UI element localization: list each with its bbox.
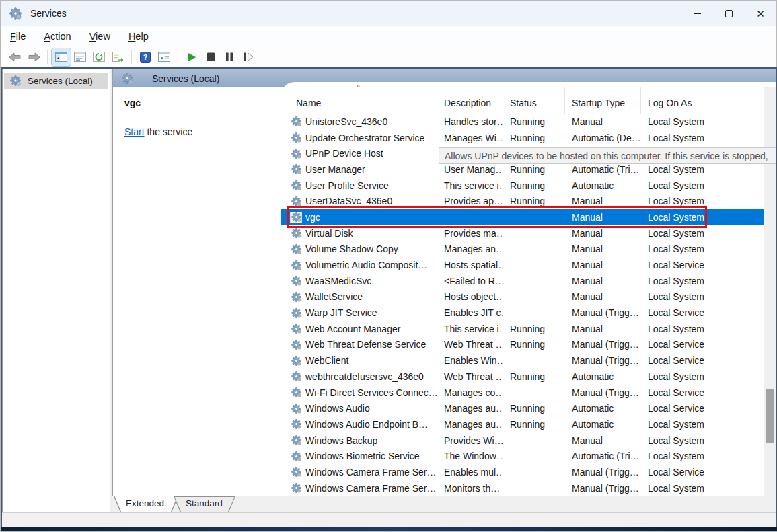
help-button[interactable]: ? [136, 48, 155, 66]
show-console-tree-button[interactable] [52, 48, 71, 66]
cell-logon: Local System [641, 451, 710, 461]
service-gear-icon [291, 355, 301, 366]
service-row[interactable]: Windows Camera Frame Ser…Enables mul…Man… [281, 464, 764, 480]
service-gear-icon [291, 435, 301, 446]
refresh-button[interactable] [89, 48, 108, 66]
start-service-link[interactable]: Start [124, 126, 145, 137]
service-row[interactable]: WaaSMedicSvc<Failed to R…ManualLocal Sys… [281, 273, 764, 289]
menu-file[interactable]: File [10, 31, 26, 42]
service-row[interactable]: Update Orchestrator ServiceManages Wi…Ru… [281, 130, 764, 146]
cell-description: Manages an… [437, 243, 503, 254]
cell-startup: Automatic [565, 419, 641, 430]
cell-status: Running [503, 324, 565, 334]
service-row[interactable]: Windows AudioManages au…RunningAutomatic… [281, 400, 764, 416]
cell-description: Monitors th… [437, 483, 503, 494]
services-list: ^ Name Description Status Startup Type L… [281, 82, 776, 496]
toolbar: ? [1, 46, 776, 67]
cell-logon: Local Service [641, 387, 710, 398]
stop-service-button[interactable] [201, 48, 220, 66]
cell-logon: Local System [641, 196, 710, 206]
cell-logon: Local Service [641, 403, 710, 414]
service-row[interactable]: Windows Biometric ServiceThe Window…Auto… [281, 448, 764, 464]
show-action-pane-button[interactable] [155, 48, 174, 66]
cell-status: Running [503, 116, 565, 127]
column-header-log-on-as[interactable]: Log On As [641, 87, 710, 114]
service-row[interactable]: webthreatdefusersvc_436e0Web Threat …Run… [281, 369, 764, 385]
service-gear-icon [291, 387, 301, 398]
window-title: Services [30, 8, 67, 19]
service-row[interactable]: User Profile ServiceThis service i…Runni… [281, 178, 764, 194]
cell-logon: Local Service [641, 355, 710, 366]
service-row[interactable]: Wi-Fi Direct Services Connec…Manages co…… [281, 385, 764, 401]
service-row[interactable]: Windows Audio Endpoint B…Manages au…Runn… [281, 416, 764, 432]
cell-logon: Local System [641, 180, 710, 191]
maximize-button[interactable] [713, 1, 745, 26]
export-list-icon [112, 52, 124, 62]
menu-help[interactable]: Help [128, 31, 149, 42]
cell-name: UnistoreSvc_436e0 [281, 116, 437, 127]
service-gear-icon [291, 164, 301, 175]
cell-startup: Automatic [565, 403, 641, 414]
menu-view[interactable]: View [89, 31, 110, 42]
cell-description: Provides ap… [437, 196, 503, 206]
back-button[interactable] [5, 48, 24, 66]
cell-logon: Local System [641, 243, 710, 254]
start-service-button[interactable] [182, 48, 201, 66]
title-bar: Services ✕ [1, 1, 776, 26]
service-row[interactable]: WebClientEnables Win…Manual (Trigg…Local… [281, 352, 764, 369]
window-bottom-edge [1, 527, 777, 531]
cell-startup: Automatic (Tri… [565, 451, 641, 461]
cell-description: This service i… [437, 324, 503, 334]
column-header-description[interactable]: Description [437, 87, 503, 114]
cell-startup: Manual (Trigg… [565, 467, 641, 478]
cell-startup: Manual [565, 276, 641, 287]
tab-standard[interactable]: Standard [174, 496, 235, 512]
cell-logon: Local System [641, 435, 710, 446]
service-row[interactable]: Web Threat Defense ServiceWeb Threat …Ru… [281, 337, 764, 353]
cell-description: Manages co… [437, 387, 503, 398]
service-gear-icon [291, 307, 301, 318]
service-row[interactable]: Warp JIT ServiceEnables JIT c…Manual (Tr… [281, 305, 764, 321]
restart-service-button[interactable] [239, 48, 258, 66]
service-gear-icon [291, 291, 301, 302]
tree-item-services-local[interactable]: Services (Local) [4, 73, 108, 89]
export-list-button[interactable] [108, 48, 127, 66]
service-row[interactable]: Volumetric Audio Composit…Hosts spatial…… [281, 257, 764, 273]
close-button[interactable]: ✕ [745, 1, 776, 26]
pause-service-button[interactable] [220, 48, 239, 66]
restart-icon [244, 52, 254, 61]
cell-status: Running [503, 180, 565, 191]
action-pane-icon [158, 52, 170, 62]
cell-status: Running [503, 419, 565, 430]
service-gear-icon [291, 276, 301, 287]
scrollbar-thumb[interactable] [766, 389, 774, 443]
cell-startup: Automatic (Tri… [565, 164, 641, 175]
cell-description: Web Threat … [437, 371, 503, 382]
tab-extended[interactable]: Extended [114, 496, 178, 512]
service-row[interactable]: Windows BackupProvides Wi…ManualLocal Sy… [281, 432, 764, 449]
cell-startup: Manual (Trigg… [565, 387, 641, 398]
column-header-startup-type[interactable]: Startup Type [565, 87, 641, 114]
properties-button[interactable] [71, 48, 89, 66]
service-row[interactable]: Web Account ManagerThis service i…Runnin… [281, 321, 764, 337]
cell-status: Running [503, 132, 565, 143]
cell-startup: Manual [565, 196, 641, 206]
stop-icon [207, 52, 215, 61]
cell-logon: Local System [641, 419, 710, 430]
cell-description: The Window… [437, 451, 503, 461]
forward-button[interactable] [24, 48, 43, 66]
tab-extended-label: Extended [114, 496, 178, 508]
cell-logon: Local System [641, 483, 710, 494]
cell-name: Windows Camera Frame Ser… [281, 483, 437, 494]
service-row[interactable]: UnistoreSvc_436e0Handles stor…RunningMan… [281, 114, 764, 130]
column-header-status[interactable]: Status [503, 87, 565, 114]
close-icon: ✕ [756, 9, 765, 19]
cell-name: User Manager [281, 164, 437, 175]
service-row[interactable]: Volume Shadow CopyManages an…ManualLocal… [281, 241, 764, 258]
cell-name: Volume Shadow Copy [281, 243, 437, 254]
cell-logon: Local Service [641, 339, 710, 350]
service-row[interactable]: Windows Camera Frame Ser…Monitors th…Man… [281, 480, 764, 496]
minimize-button[interactable] [681, 1, 713, 26]
service-row[interactable]: WalletServiceHosts object…ManualLocal Sy… [281, 289, 764, 305]
menu-action[interactable]: Action [44, 31, 71, 42]
